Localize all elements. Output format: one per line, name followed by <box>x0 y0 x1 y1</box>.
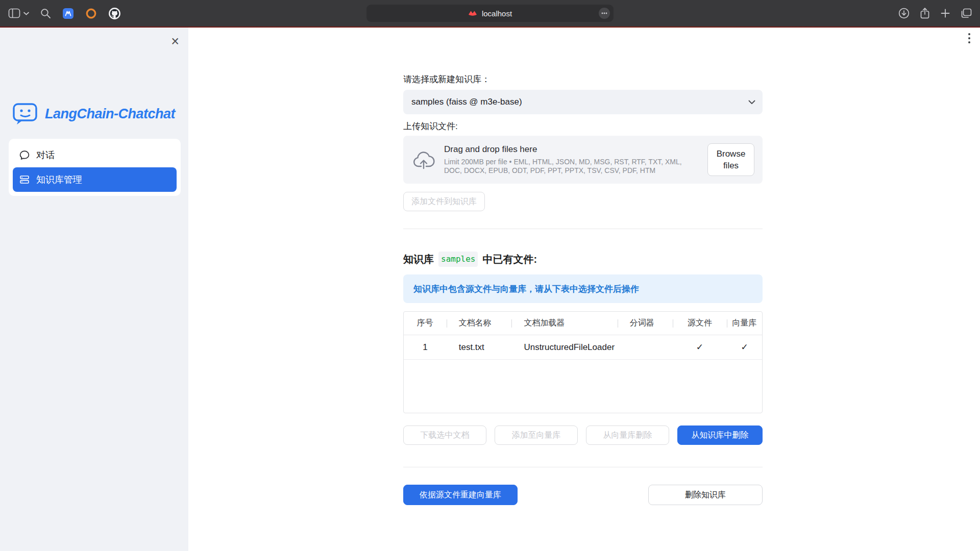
row-actions: 下载选中文档 添加至向量库 从向量库删除 从知识库中删除 <box>403 425 763 445</box>
url-text: localhost <box>482 9 512 18</box>
sidebar-item-label: 对话 <box>36 149 55 161</box>
col-header-index: 序号 <box>404 318 447 329</box>
kb-files-table: 序号 文档名称 文档加载器 分词器 源文件 向量库 1 test.txt Uns… <box>403 311 763 413</box>
remove-from-vector-store-button[interactable]: 从向量库删除 <box>586 425 669 445</box>
sidebar-toggle-icon[interactable] <box>8 8 20 18</box>
new-tab-icon[interactable] <box>940 8 950 18</box>
cell-name: test.txt <box>447 342 512 353</box>
info-banner: 知识库中包含源文件与向量库，请从下表中选择文件后操作 <box>403 274 763 303</box>
app-logo-text: LangChain-Chatchat <box>45 106 175 122</box>
cell-vector-check: ✓ <box>727 342 762 353</box>
github-icon[interactable] <box>108 7 121 20</box>
search-icon[interactable] <box>40 8 51 19</box>
browse-files-button[interactable]: Browse files <box>707 143 754 176</box>
sidebar-chevron-down-icon[interactable] <box>23 12 29 15</box>
info-banner-text: 知识库中包含源文件与向量库，请从下表中选择文件后操作 <box>413 283 639 295</box>
delete-from-kb-button[interactable]: 从知识库中删除 <box>677 425 763 445</box>
downloads-icon[interactable] <box>898 8 910 19</box>
sidebar-nav: 对话 知识库管理 <box>9 139 181 196</box>
app-page: × LangChain-Chatchat 对话 <box>0 28 980 551</box>
chat-bubble-icon <box>19 150 30 160</box>
uploader-text: Drag and drop files here Limit 200MB per… <box>444 144 698 175</box>
upload-files-label: 上传知识文件: <box>403 121 763 132</box>
kb-bottom-actions: 依据源文件重建向量库 删除知识库 <box>403 485 763 505</box>
sidebar-close-icon[interactable]: × <box>171 35 179 48</box>
col-header-source: 源文件 <box>673 318 727 329</box>
add-files-to-kb-button[interactable]: 添加文件到知识库 <box>403 192 485 211</box>
file-uploader-dropzone[interactable]: Drag and drop files here Limit 200MB per… <box>403 136 763 184</box>
sidebar-item-knowledge-base[interactable]: 知识库管理 <box>13 167 177 192</box>
browser-toolbar: localhost <box>0 0 980 27</box>
sidebar-item-label: 知识库管理 <box>36 173 82 186</box>
uploader-limit-text: Limit 200MB per file • EML, HTML, JSON, … <box>444 158 698 175</box>
kb-management-panel: 请选择或新建知识库： samples (faiss @ m3e-base) 上传… <box>403 28 763 505</box>
kb-files-heading: 知识库 samples 中已有文件: <box>403 252 763 267</box>
uploader-title: Drag and drop files here <box>444 144 698 155</box>
col-header-splitter: 分词器 <box>618 318 673 329</box>
tab-overview-icon[interactable] <box>961 8 972 18</box>
rebuild-vector-store-button[interactable]: 依据源文件重建向量库 <box>403 485 518 505</box>
kb-heading-suffix: 中已有文件: <box>482 253 537 266</box>
kb-name-code: samples <box>438 252 478 267</box>
sidebar: × LangChain-Chatchat 对话 <box>0 28 188 551</box>
address-bar[interactable]: localhost <box>366 5 614 22</box>
kb-select-label: 请选择或新建知识库： <box>403 74 763 85</box>
cell-source-check: ✓ <box>673 342 727 353</box>
table-row[interactable]: 1 test.txt UnstructuredFileLoader ✓ ✓ <box>404 335 762 360</box>
col-header-vector: 向量库 <box>727 318 762 329</box>
col-header-loader: 文档加载器 <box>511 318 617 329</box>
download-selected-button[interactable]: 下载选中文档 <box>403 425 486 445</box>
main-menu-kebab-icon[interactable] <box>968 33 971 45</box>
kb-selectbox-value: samples (faiss @ m3e-base) <box>411 97 522 107</box>
site-favicon-streamlit <box>468 10 477 16</box>
col-header-name: 文档名称 <box>447 318 512 329</box>
cell-index: 1 <box>404 342 447 353</box>
app-logo: LangChain-Chatchat <box>12 102 181 126</box>
knowledge-list-icon <box>19 174 30 185</box>
kb-selectbox[interactable]: samples (faiss @ m3e-base) <box>403 90 763 114</box>
add-to-vector-store-button[interactable]: 添加至向量库 <box>495 425 578 445</box>
kb-heading-prefix: 知识库 <box>403 253 434 266</box>
extension-blue-icon[interactable] <box>62 8 74 19</box>
chevron-down-icon <box>748 97 755 107</box>
page-settings-icon[interactable] <box>599 8 610 19</box>
cell-loader: UnstructuredFileLoader <box>511 342 617 353</box>
table-header-row: 序号 文档名称 文档加载器 分词器 源文件 向量库 <box>404 312 762 335</box>
section-divider <box>403 229 763 229</box>
chatbot-logo-icon <box>12 102 39 126</box>
delete-kb-button[interactable]: 删除知识库 <box>648 485 763 505</box>
share-icon[interactable] <box>920 7 930 19</box>
section-divider <box>403 467 763 467</box>
sidebar-item-dialogue[interactable]: 对话 <box>13 143 177 167</box>
cloud-upload-icon <box>412 150 435 169</box>
extension-orange-icon[interactable] <box>85 8 97 19</box>
